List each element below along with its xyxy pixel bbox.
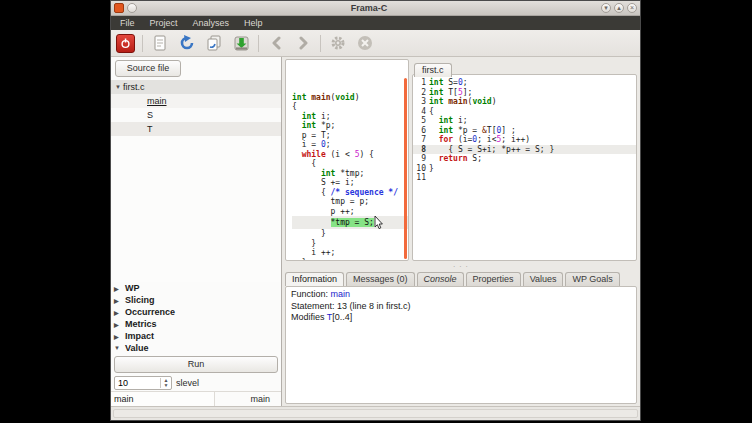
spinner-arrows-icon[interactable]: ▲▼ — [160, 378, 171, 388]
expander-closed-icon[interactable]: ▶ — [114, 297, 121, 304]
cil-code-line[interactable]: int main(void) — [292, 93, 408, 103]
code-token — [429, 135, 439, 144]
expander-closed-icon[interactable]: ▶ — [114, 285, 121, 292]
tree-item-label: S — [123, 110, 153, 120]
tree-expander-icon[interactable]: ▼ — [115, 84, 123, 90]
code-token: { — [292, 188, 331, 197]
cil-code-line[interactable]: i = 0; — [292, 140, 408, 150]
main-function-label: main — [215, 394, 278, 404]
code-token: main — [448, 97, 467, 106]
cil-code-line[interactable]: S += i; — [292, 178, 408, 188]
analysis-item-wp[interactable]: ▶WP — [111, 282, 281, 294]
source-code-line[interactable]: 4{ — [413, 107, 636, 117]
source-code-line[interactable]: 6 int *p = &T[0] ; — [413, 126, 636, 136]
cil-code-line[interactable]: p = T; — [292, 131, 408, 141]
power-icon[interactable] — [116, 34, 135, 53]
tab-values[interactable]: Values — [523, 272, 564, 286]
code-token: } — [429, 164, 434, 173]
slevel-row: ▲▼ slevel — [111, 375, 281, 391]
analysis-item-slicing[interactable]: ▶Slicing — [111, 294, 281, 306]
window-menu-button[interactable] — [127, 3, 137, 13]
cil-code-line[interactable]: { — [292, 102, 408, 112]
source-code-line[interactable]: 7 for (i=0; i<5; i++) — [413, 135, 636, 145]
source-file-button[interactable]: Source file — [115, 60, 181, 77]
code-token: S= — [443, 78, 457, 87]
tab-console[interactable]: Console — [417, 272, 464, 286]
cil-code-line[interactable]: *tmp = S; — [292, 216, 408, 229]
menu-item-help[interactable]: Help — [244, 18, 263, 28]
cil-code-line[interactable]: } — [292, 258, 408, 262]
tab-messages-0-[interactable]: Messages (0) — [346, 272, 415, 286]
line-number: 3 — [413, 97, 429, 107]
slevel-spinbox[interactable]: ▲▼ — [114, 376, 172, 390]
close-icon[interactable]: × — [627, 3, 637, 13]
tree-row-T[interactable]: T — [111, 122, 281, 136]
source-code-box[interactable]: 1int S=0;2int T[5];3int main(void)4{5 in… — [412, 74, 637, 261]
load-session-icon[interactable] — [231, 33, 251, 53]
stop-icon[interactable] — [355, 33, 375, 53]
code-token: (i < — [326, 150, 355, 159]
source-code-line[interactable]: 5 int i; — [413, 116, 636, 126]
main-function-input[interactable] — [111, 392, 215, 406]
cil-code-line[interactable]: int *tmp; — [292, 169, 408, 179]
analysis-label: Metrics — [125, 319, 157, 329]
cil-code-line[interactable]: { — [292, 159, 408, 169]
source-code-line[interactable]: 2int T[5]; — [413, 88, 636, 98]
menu-item-file[interactable]: File — [120, 18, 135, 28]
menu-item-analyses[interactable]: Analyses — [193, 18, 230, 28]
tree-row-main[interactable]: main — [111, 94, 281, 108]
source-code-line[interactable]: 3int main(void) — [413, 97, 636, 107]
expander-closed-icon[interactable]: ▶ — [114, 309, 121, 316]
cil-code-line[interactable]: p ++; — [292, 207, 408, 217]
cil-code-line[interactable]: while (i < 5) { — [292, 150, 408, 160]
cil-code-line[interactable]: int *p; — [292, 121, 408, 131]
forward-icon[interactable] — [293, 33, 313, 53]
expander-closed-icon[interactable]: ▶ — [114, 333, 121, 340]
tree-row-S[interactable]: S — [111, 108, 281, 122]
code-token: { — [429, 107, 434, 116]
cil-code-line[interactable]: tmp = p; — [292, 197, 408, 207]
source-code-line[interactable]: 1int S=0; — [413, 78, 636, 88]
run-button[interactable]: Run — [114, 356, 278, 373]
minimize-icon[interactable]: ▾ — [601, 3, 611, 13]
source-code-line[interactable]: 8 { S = S+i; *p++ = S; } — [413, 145, 636, 155]
analysis-item-impact[interactable]: ▶Impact — [111, 330, 281, 342]
information-panel[interactable]: Function: mainStatement: 13 (line 8 in f… — [285, 286, 637, 404]
tab-information[interactable]: Information — [285, 272, 344, 286]
source-code-line[interactable]: 10} — [413, 164, 636, 174]
source-code-line[interactable]: 9 return S; — [413, 154, 636, 164]
statusbar-frame — [113, 409, 638, 418]
analysis-label: Value — [125, 343, 149, 353]
cil-code-line[interactable]: } — [292, 239, 408, 249]
tab-properties[interactable]: Properties — [466, 272, 521, 286]
cil-code-line[interactable]: { /* sequence */ — [292, 188, 408, 198]
code-token: { — [292, 102, 297, 111]
maximize-icon[interactable]: ▴ — [614, 3, 624, 13]
slevel-input[interactable] — [115, 378, 160, 388]
expander-open-icon[interactable]: ▼ — [114, 345, 121, 351]
back-icon[interactable] — [266, 33, 286, 53]
source-code-line[interactable]: 11 — [413, 173, 636, 183]
cil-code-line[interactable]: } — [292, 229, 408, 239]
new-file-icon[interactable] — [150, 33, 170, 53]
code-token: *tmp; — [335, 169, 364, 178]
cil-code-pane[interactable]: int main(void){ int i; int *p; p = T; i … — [285, 59, 409, 261]
save-session-icon[interactable] — [204, 33, 224, 53]
information-line: Function: main — [291, 289, 631, 301]
pane-splitter-handle[interactable]: · · · — [285, 263, 637, 271]
orange-scrollbar[interactable] — [404, 78, 407, 259]
analysis-item-value[interactable]: ▼Value — [111, 342, 281, 354]
code-token: int — [429, 88, 443, 97]
reload-icon[interactable] — [177, 33, 197, 53]
settings-gear-icon[interactable] — [328, 33, 348, 53]
analysis-item-metrics[interactable]: ▶Metrics — [111, 318, 281, 330]
tab-wp-goals[interactable]: WP Goals — [565, 272, 619, 286]
tree-row-first-c[interactable]: ▼first.c — [111, 80, 281, 94]
analysis-item-occurrence[interactable]: ▶Occurrence — [111, 306, 281, 318]
titlebar[interactable]: Frama-C ▾ ▴ × — [111, 1, 640, 16]
tab-first-c[interactable]: first.c — [414, 63, 452, 77]
menu-item-project[interactable]: Project — [150, 18, 178, 28]
cil-code-line[interactable]: i ++; — [292, 248, 408, 258]
expander-closed-icon[interactable]: ▶ — [114, 321, 121, 328]
cil-code-line[interactable]: int i; — [292, 112, 408, 122]
